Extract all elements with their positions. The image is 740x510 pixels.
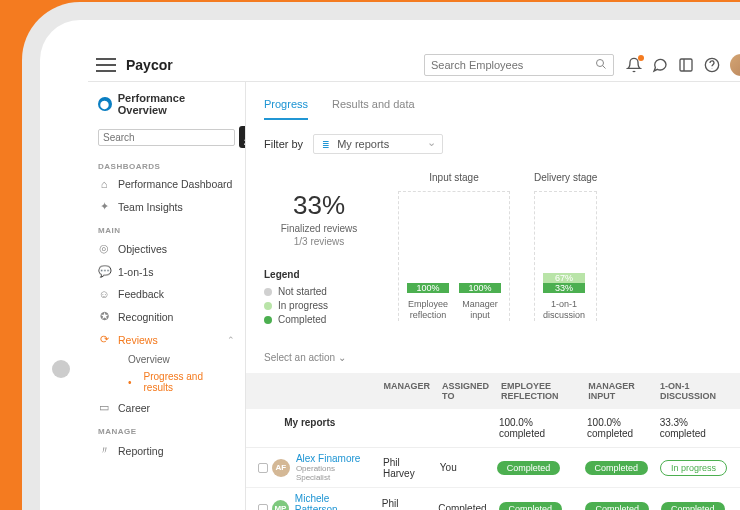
legend-completed: Completed [278, 314, 326, 325]
topbar: Paycor [88, 48, 740, 82]
bar-segment: 100% [459, 283, 501, 293]
chart-stage: Delivery stage67%33%1-on-1 discussion [534, 172, 597, 328]
sidebar-item-career[interactable]: ▭Career [88, 396, 245, 419]
stat-finalized-label: Finalized reviews [264, 223, 374, 234]
bar-label: Manager input [459, 299, 501, 321]
chart-bar: 67%33%1-on-1 discussion [543, 273, 585, 321]
stage-bars: 67%33%1-on-1 discussion [534, 191, 597, 321]
sidebar-item-performance-dashboard[interactable]: ⌂Performance Dashboard [88, 173, 245, 195]
chart-stage: Input stage100%Employee reflection100%Ma… [398, 172, 510, 328]
legend-dot-not-started [264, 288, 272, 296]
filter-value: My reports [337, 138, 389, 150]
stage-bars: 100%Employee reflection100%Manager input [398, 191, 510, 321]
summary-row: My reports 100.0% completed 100.0% compl… [246, 409, 740, 448]
main-panel: Progress Results and data Filter by ≣ My… [246, 82, 740, 510]
th-discussion: 1-ON-1 DISCUSSION [654, 373, 733, 409]
cell-manager: Phil Harvey [376, 493, 432, 511]
stat-summary: 33% Finalized reviews 1/3 reviews Legend… [264, 172, 374, 328]
target-icon: ◎ [98, 242, 110, 255]
sidebar-title: ⬤ Performance Overview [88, 88, 245, 120]
cell-assigned: Completed [432, 498, 492, 510]
sidebar-item-reviews[interactable]: ⟳Reviews⌃ [88, 328, 245, 351]
bar-label: 1-on-1 discussion [543, 299, 585, 321]
chevron-down-icon: ⌄ [338, 352, 346, 363]
chart-bar: 100%Manager input [459, 283, 501, 321]
summary-final: 33. [734, 409, 740, 447]
tablet-home-button [52, 360, 70, 378]
bell-icon[interactable] [626, 57, 642, 73]
help-icon[interactable] [704, 57, 720, 73]
employee-avatar: AF [272, 459, 290, 477]
sidebar-search-badge: 👤 2 [239, 126, 246, 148]
chart-icon: 〃 [98, 443, 110, 458]
chat-icon[interactable] [652, 57, 668, 73]
employee-name[interactable]: Alex Finamore [296, 453, 371, 464]
reviews-icon: ⟳ [98, 333, 110, 346]
employee-role: Operations Specialist [296, 464, 371, 482]
pill-reflection: Completed [499, 502, 563, 511]
table-row[interactable]: AF Alex Finamore Operations Specialist P… [246, 448, 740, 488]
table-row[interactable]: MP Michele Patterson Server Phil Harvey … [246, 488, 740, 510]
brand-logo: Paycor [126, 57, 173, 73]
stage-title: Delivery stage [534, 172, 597, 183]
sidebar-item-team-insights[interactable]: ✦Team Insights [88, 195, 245, 218]
search-employees[interactable] [424, 54, 614, 76]
home-icon: ⌂ [98, 178, 110, 190]
menu-icon[interactable] [96, 58, 116, 72]
career-icon: ▭ [98, 401, 110, 414]
th-manager: MANAGER [378, 373, 437, 409]
pill-discussion: Completed [661, 502, 725, 511]
board-icon[interactable] [678, 57, 694, 73]
summary-name: My reports [264, 409, 379, 447]
charts-row: 33% Finalized reviews 1/3 reviews Legend… [246, 168, 740, 346]
cell-assigned: You [434, 457, 491, 478]
tab-results[interactable]: Results and data [332, 94, 415, 120]
bar-segment: 33% [543, 283, 585, 293]
sidebar-search-input[interactable] [98, 129, 235, 146]
summary-mgr-input: 100.0% completed [581, 409, 654, 447]
user-avatar[interactable] [730, 54, 740, 76]
filter-label: Filter by [264, 138, 303, 150]
sidebar-sub-overview[interactable]: Overview [118, 351, 245, 368]
stage-title: Input stage [398, 172, 510, 183]
svg-line-1 [603, 65, 606, 68]
chart-stages: Input stage100%Employee reflection100%Ma… [398, 172, 597, 328]
search-icon[interactable] [595, 58, 607, 72]
sidebar-sub-progress-results[interactable]: Progress and results [118, 368, 245, 396]
results-table: MANAGER ASSIGNED TO EMPLOYEE REFLECTION … [246, 373, 740, 510]
bar-segment: 100% [407, 283, 449, 293]
section-manage: MANAGE [88, 419, 245, 438]
sidebar-item-one-on-ones[interactable]: 💬1-on-1s [88, 260, 245, 283]
pill-discussion: In progress [660, 460, 727, 476]
chart-bar: 100%Employee reflection [407, 283, 449, 321]
chevron-up-icon: ⌃ [227, 335, 235, 345]
legend-in-progress: In progress [278, 300, 328, 311]
table-header: MANAGER ASSIGNED TO EMPLOYEE REFLECTION … [246, 373, 740, 409]
th-final: FIN [734, 373, 740, 409]
tab-progress[interactable]: Progress [264, 94, 308, 120]
sidebar-item-recognition[interactable]: ✪Recognition [88, 305, 245, 328]
stat-count: 1/3 reviews [264, 236, 374, 247]
summary-reflection: 100.0% completed [493, 409, 581, 447]
badge-icon: ✪ [98, 310, 110, 323]
filter-dropdown[interactable]: ≣ My reports [313, 134, 443, 154]
svg-rect-2 [680, 59, 692, 71]
pill-mgr-input: Completed [585, 502, 649, 511]
select-action-dropdown[interactable]: Select an action ⌄ [264, 352, 346, 363]
filter-row: Filter by ≣ My reports [246, 120, 740, 168]
overview-icon: ⬤ [98, 97, 112, 111]
legend-not-started: Not started [278, 286, 327, 297]
cell-manager: Phil Harvey [377, 452, 434, 484]
sidebar-title-label: Performance Overview [118, 92, 235, 116]
pill-mgr-input: Completed [585, 461, 649, 475]
sidebar-item-objectives[interactable]: ◎Objectives [88, 237, 245, 260]
employee-name[interactable]: Michele Patterson [295, 493, 370, 510]
bar-label: Employee reflection [407, 299, 449, 321]
search-employees-input[interactable] [431, 59, 595, 71]
sidebar-item-reporting[interactable]: 〃Reporting [88, 438, 245, 463]
bar-segment: 67% [543, 273, 585, 283]
sidebar: ⬤ Performance Overview 👤 2 DASHBOARDS ⌂P… [88, 82, 246, 510]
th-reflection: EMPLOYEE REFLECTION [495, 373, 582, 409]
sidebar-item-feedback[interactable]: ☺Feedback [88, 283, 245, 305]
legend-dot-in-progress [264, 302, 272, 310]
